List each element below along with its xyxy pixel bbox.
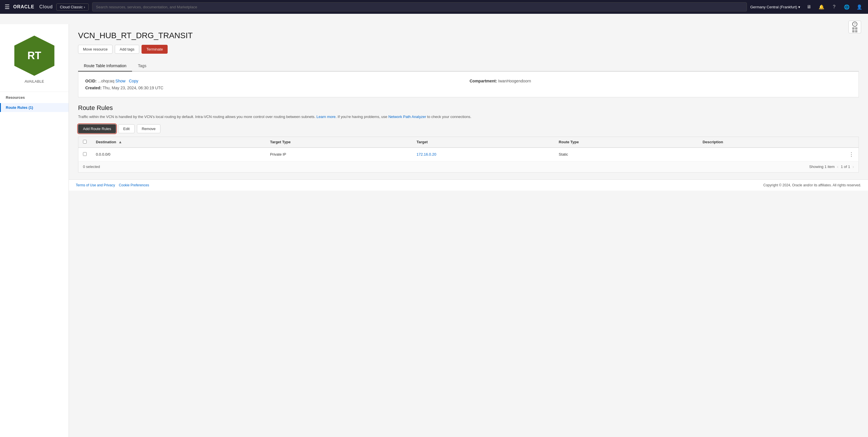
destination-cell: 0.0.0.0/0 bbox=[91, 148, 266, 161]
tab-bar: Route Table Information Tags bbox=[78, 61, 859, 71]
select-all-header bbox=[79, 137, 92, 148]
target-cell: 172.16.0.20 bbox=[412, 148, 554, 161]
table-footer: 0 selected Showing 1 item ‹ 1 of 1 › bbox=[78, 161, 859, 173]
tab-tags[interactable]: Tags bbox=[132, 61, 152, 71]
info-grid: OCID: ...ohqcaq Show Copy Compartment: I… bbox=[85, 79, 851, 90]
add-tags-button[interactable]: Add tags bbox=[115, 45, 139, 54]
nav-right-section: Germany Central (Frankfurt) ▾ 🖥 🔔 ? 🌐 👤 bbox=[750, 3, 863, 11]
terminal-icon[interactable]: 🖥 bbox=[805, 3, 813, 11]
edit-button[interactable]: Edit bbox=[118, 124, 134, 133]
sidebar-item-route-rules[interactable]: Route Rules (1) bbox=[0, 103, 69, 112]
route-type-cell: Static bbox=[554, 148, 698, 161]
ocid-row: OCID: ...ohqcaq Show Copy bbox=[85, 79, 467, 83]
table-row: 0.0.0.0/0 Private IP 172.16.0.20 Static … bbox=[79, 148, 859, 161]
target-type-cell: Private IP bbox=[266, 148, 412, 161]
next-page-button[interactable]: › bbox=[852, 164, 854, 169]
prev-page-button[interactable]: ‹ bbox=[837, 164, 838, 169]
hamburger-menu-icon[interactable]: ☰ bbox=[5, 3, 10, 10]
terminate-button[interactable]: Terminate bbox=[142, 45, 167, 54]
footer-links: Terms of Use and Privacy Cookie Preferen… bbox=[76, 183, 149, 187]
created-row: Created: Thu, May 23, 2024, 06:30:19 UTC bbox=[85, 86, 467, 90]
description-header: Description bbox=[698, 137, 844, 148]
content-inner: VCN_HUB_RT_DRG_TRANSIT Move resource Add… bbox=[69, 24, 868, 180]
row-checkbox-cell bbox=[79, 148, 92, 161]
route-rules-table: Destination ▲ Target Type Target Route T… bbox=[78, 137, 859, 161]
help-widget-grid bbox=[852, 27, 857, 32]
page-wrapper: RT AVAILABLE Resources Route Rules (1) V… bbox=[0, 24, 868, 437]
action-bar: Move resource Add tags Terminate bbox=[78, 45, 859, 54]
target-header: Target bbox=[412, 137, 554, 148]
row-actions-button[interactable]: ⋮ bbox=[849, 151, 854, 158]
page-title: VCN_HUB_RT_DRG_TRANSIT bbox=[78, 31, 859, 40]
network-path-analyzer-link[interactable]: Network Path Analyzer bbox=[389, 115, 426, 119]
route-rules-description: Traffic within the VCN is handled by the… bbox=[78, 114, 859, 120]
created-value: Thu, May 23, 2024, 06:30:19 UTC bbox=[102, 86, 163, 90]
compartment-label: Compartment: bbox=[470, 79, 497, 83]
search-input[interactable] bbox=[92, 2, 747, 11]
showing-label: Showing 1 item bbox=[809, 164, 835, 169]
row-actions-cell: ⋮ bbox=[844, 148, 859, 161]
select-all-checkbox[interactable] bbox=[83, 140, 87, 144]
cloud-classic-button[interactable]: Cloud Classic › bbox=[56, 3, 89, 11]
created-label: Created: bbox=[85, 86, 102, 90]
cookie-preferences-link[interactable]: Cookie Preferences bbox=[119, 183, 149, 187]
page-footer: Terms of Use and Privacy Cookie Preferen… bbox=[69, 180, 868, 191]
user-profile-icon[interactable]: 👤 bbox=[856, 3, 863, 11]
ocid-value: ...ohqcaq bbox=[98, 79, 115, 83]
sidebar-resources-label: Resources bbox=[0, 92, 69, 103]
route-rules-title: Route Rules bbox=[78, 104, 859, 112]
table-header: Destination ▲ Target Type Target Route T… bbox=[79, 137, 859, 148]
oracle-logo: ORACLE Cloud bbox=[13, 4, 53, 9]
main-content: VCN_HUB_RT_DRG_TRANSIT Move resource Add… bbox=[69, 24, 868, 437]
resource-status: AVAILABLE bbox=[24, 79, 44, 84]
actions-header bbox=[844, 137, 859, 148]
selected-count: 0 selected bbox=[83, 164, 100, 169]
destination-header[interactable]: Destination ▲ bbox=[91, 137, 266, 148]
page-info: 1 of 1 bbox=[841, 164, 850, 169]
sidebar: RT AVAILABLE Resources Route Rules (1) bbox=[0, 24, 69, 437]
learn-more-link[interactable]: Learn more. bbox=[317, 115, 337, 119]
description-cell bbox=[698, 148, 844, 161]
move-resource-button[interactable]: Move resource bbox=[78, 45, 113, 54]
target-type-header: Target Type bbox=[266, 137, 412, 148]
row-checkbox[interactable] bbox=[83, 152, 87, 156]
info-panel: OCID: ...ohqcaq Show Copy Compartment: I… bbox=[78, 71, 859, 97]
table-body: 0.0.0.0/0 Private IP 172.16.0.20 Static … bbox=[79, 148, 859, 161]
help-widget[interactable]: ? bbox=[848, 21, 861, 33]
region-selector[interactable]: Germany Central (Frankfurt) ▾ bbox=[750, 5, 800, 9]
ocid-copy-link[interactable]: Copy bbox=[129, 79, 138, 83]
compartment-row: Compartment: IwanHoogendoorn bbox=[470, 79, 851, 83]
table-toolbar: Add Route Rules Edit Remove bbox=[78, 124, 859, 133]
tab-route-table-information[interactable]: Route Table Information bbox=[78, 61, 132, 71]
resource-hexagon-icon: RT bbox=[14, 36, 55, 76]
ocid-label: OCID: bbox=[85, 79, 97, 83]
remove-button[interactable]: Remove bbox=[137, 124, 160, 133]
top-navigation: ☰ ORACLE Cloud Cloud Classic › Germany C… bbox=[0, 0, 868, 14]
route-type-header: Route Type bbox=[554, 137, 698, 148]
footer-copyright: Copyright © 2024, Oracle and/or its affi… bbox=[763, 183, 861, 187]
target-link[interactable]: 172.16.0.20 bbox=[416, 152, 436, 156]
add-route-rules-button[interactable]: Add Route Rules bbox=[78, 124, 116, 133]
compartment-value: IwanHoogendoorn bbox=[498, 79, 531, 83]
notification-bell-icon[interactable]: 🔔 bbox=[817, 3, 826, 11]
pagination: Showing 1 item ‹ 1 of 1 › bbox=[809, 164, 854, 169]
sort-icon: ▲ bbox=[118, 140, 122, 144]
ocid-show-link[interactable]: Show bbox=[115, 79, 125, 83]
language-globe-icon[interactable]: 🌐 bbox=[843, 3, 851, 11]
resource-icon-area: RT AVAILABLE bbox=[0, 30, 69, 89]
terms-link[interactable]: Terms of Use and Privacy bbox=[76, 183, 115, 187]
help-icon[interactable]: ? bbox=[830, 3, 838, 11]
